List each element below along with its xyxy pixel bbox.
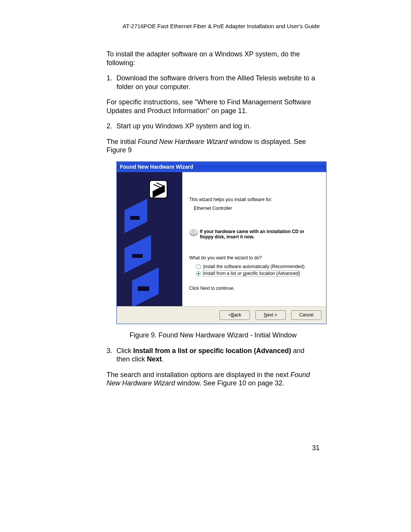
radio-icon	[196, 264, 201, 269]
figure-caption: Figure 9. Found New Hardware Wizard - In…	[107, 331, 320, 340]
wizard-question: What do you want the wizard to do?	[189, 255, 319, 261]
wizard-side-graphic	[117, 172, 182, 306]
step-1: 1. Download the software drivers from th…	[107, 74, 320, 91]
doc-content: To install the adapter software on a Win…	[107, 50, 320, 388]
back-button[interactable]: < Back< Back	[220, 310, 250, 320]
svg-point-15	[192, 231, 193, 232]
step-1-text: Download the software drivers from the A…	[116, 74, 320, 91]
radio-icon-selected	[196, 271, 201, 276]
svg-rect-4	[130, 216, 140, 220]
svg-rect-5	[132, 254, 143, 258]
next-button[interactable]: Next >Next >	[255, 310, 286, 320]
cancel-button[interactable]: Cancel	[291, 310, 322, 320]
wizard-footer: < Back< Back Next >Next > Cancel	[117, 306, 326, 324]
radio-option-advanced[interactable]: Install from a list or specific location…	[196, 271, 319, 276]
step-3: 3. Click Install from a list or specific…	[107, 347, 320, 364]
cd-icon	[189, 229, 200, 240]
wizard-cd-text: If your hardware came with an installati…	[200, 229, 319, 240]
wizard-title-bar: Found New Hardware Wizard	[117, 162, 326, 173]
wizard-window: Found New Hardware Wizard	[116, 161, 327, 324]
step-1-sub: For specific instructions, see "Where to…	[107, 98, 320, 115]
wizard-device-name: Ethernet Controller	[194, 206, 319, 211]
doc-header: AT-2716POE Fast Ethernet Fiber & PoE Ada…	[0, 23, 411, 29]
step-2: 2. Start up you Windows XP system and lo…	[107, 122, 320, 131]
step-3-text: Click Install from a list or specific lo…	[116, 347, 320, 364]
radio-option-automatic[interactable]: IInstall the software automatically (Rec…	[196, 264, 319, 270]
page-number: 31	[312, 444, 320, 452]
step-1-number: 1.	[107, 74, 116, 91]
step-2-text: Start up you Windows XP system and log i…	[116, 122, 251, 131]
intro-paragraph: To install the adapter software on a Win…	[107, 50, 320, 67]
step-2-sub: The initial Found New Hardware Wizard wi…	[107, 137, 320, 155]
step-3-sub: The search and installation options are …	[107, 371, 320, 388]
wizard-main-panel: This wizard helps you install software f…	[182, 172, 326, 306]
svg-rect-6	[138, 286, 149, 291]
step-3-number: 3.	[107, 347, 116, 364]
figure-9: Found New Hardware Wizard	[116, 161, 320, 324]
wizard-continue-text: Click Next to continue.	[189, 286, 319, 291]
step-2-number: 2.	[107, 122, 116, 131]
wizard-helps-text: This wizard helps you install software f…	[189, 197, 319, 203]
svg-point-14	[193, 232, 195, 233]
